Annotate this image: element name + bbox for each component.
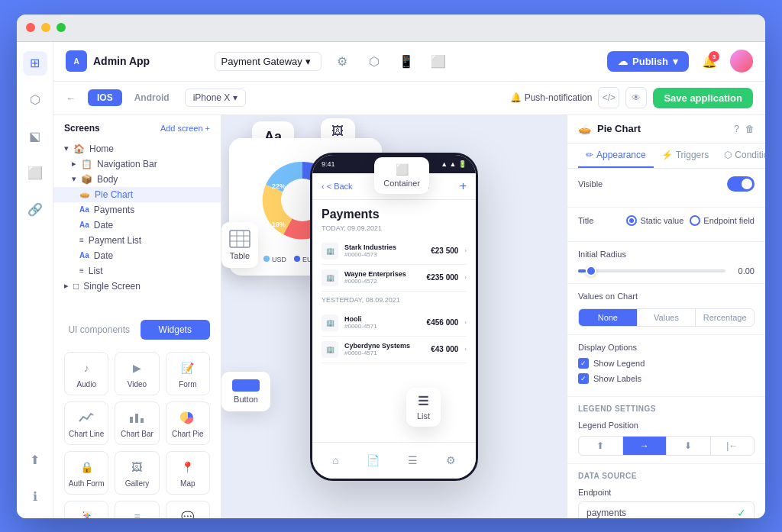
- company-name: Stark Industries: [344, 243, 425, 251]
- share-icon[interactable]: ⬡: [363, 50, 386, 73]
- project-selector[interactable]: Payment Gateway ▾: [215, 52, 322, 71]
- nav-code[interactable]: ⬜: [23, 161, 47, 185]
- payment-item-wayne[interactable]: 🏢 Wayne Enterprises #0000-4572 €235 000 …: [322, 265, 467, 292]
- legend-pos-bottom[interactable]: ⬇: [667, 437, 711, 455]
- notification-badge: 3: [709, 51, 719, 62]
- widget-list-item[interactable]: ≡ List Item: [115, 501, 159, 518]
- app-selector[interactable]: A Admin App: [66, 50, 205, 72]
- slider-thumb[interactable]: [586, 266, 596, 276]
- tree-item-payment-list[interactable]: ≡ Payment List: [53, 233, 221, 248]
- nav-publish[interactable]: ⬆: [23, 448, 47, 472]
- nav-info[interactable]: ℹ: [23, 485, 47, 509]
- tree-item-nav[interactable]: ▸ 📋 Navigation Bar: [53, 156, 221, 172]
- tree-item-pie-chart[interactable]: 🥧 Pie Chart: [53, 187, 221, 202]
- radius-section: Initial Radius 0.00: [567, 242, 765, 284]
- tree-item-date1[interactable]: Aa Date: [53, 218, 221, 233]
- widget-chart-line[interactable]: Chart Line: [64, 401, 108, 445]
- tree-item-home[interactable]: ▾ 🏠 Home: [53, 141, 221, 156]
- legend-pos-right[interactable]: →: [623, 437, 667, 455]
- tab-appearance[interactable]: ✏ Appearance: [578, 143, 654, 168]
- phone-bottom-nav: ⌂ 📄 ☰ ⚙: [312, 442, 476, 479]
- nav-grid[interactable]: ⊞: [23, 51, 47, 76]
- widget-comment[interactable]: 💬 Comment: [166, 501, 210, 518]
- add-screen-button[interactable]: Add screen +: [160, 124, 210, 133]
- payment-id: #0000-4571: [344, 350, 425, 356]
- widget-chart-pie[interactable]: Chart Pie: [166, 401, 210, 445]
- svg-rect-8: [230, 231, 250, 247]
- payment-item-stark[interactable]: 🏢 Stark Industries #0000-4573 €23 500 ›: [322, 238, 467, 265]
- push-notif-label[interactable]: 🔔 Push-notification: [510, 92, 593, 103]
- endpoint-radio[interactable]: [690, 215, 700, 226]
- btn-percentage[interactable]: Rercentage: [696, 309, 754, 326]
- device-selector[interactable]: iPhone X ▾: [185, 89, 247, 107]
- nav-search-icon[interactable]: ☰: [408, 454, 418, 466]
- static-radio[interactable]: [626, 215, 637, 226]
- visible-toggle[interactable]: [727, 176, 755, 192]
- maximize-dot[interactable]: [57, 23, 66, 32]
- tab-android[interactable]: Android: [125, 89, 179, 106]
- tree-item-date2[interactable]: Aa Date: [53, 248, 221, 263]
- btn-none[interactable]: None: [579, 309, 638, 326]
- widget-audio[interactable]: ♪ Audio: [64, 352, 108, 395]
- nav-layers[interactable]: ⬡: [23, 88, 47, 112]
- publish-button[interactable]: ☁ Publish ▾: [607, 51, 689, 72]
- tree-item-body[interactable]: ▾ 📦 Body: [53, 172, 221, 187]
- widget-label: Chart Line: [69, 430, 104, 438]
- nav-home-icon[interactable]: ⌂: [332, 454, 338, 466]
- widget-auth-form[interactable]: 🔒 Auth Form: [64, 451, 108, 495]
- tab-ios[interactable]: IOS: [88, 89, 122, 106]
- settings-icon[interactable]: ⚙: [331, 50, 354, 73]
- help-icon[interactable]: ?: [734, 124, 739, 134]
- tree-label: Single Screen: [83, 281, 141, 292]
- display-options-label: Display Options: [578, 343, 755, 352]
- tree-item-payments[interactable]: Aa Payments: [53, 202, 221, 218]
- widget-video[interactable]: ▶ Video: [115, 352, 159, 395]
- table-floating-card[interactable]: Table: [221, 222, 258, 268]
- tree-label: Pie Chart: [95, 189, 133, 200]
- nav-database[interactable]: ⬕: [23, 124, 47, 149]
- tree-item-list[interactable]: ≡ List: [53, 263, 221, 279]
- tab-ui-components[interactable]: UI components: [64, 320, 134, 340]
- tablet-icon[interactable]: ⬜: [427, 50, 450, 73]
- payment-item-hooli[interactable]: 🏢 Hooli #0000-4571 €456 000 ›: [322, 310, 467, 337]
- eye-button[interactable]: 👁: [625, 87, 647, 108]
- back-button[interactable]: ‹ < Back: [322, 182, 353, 191]
- show-labels-checkbox[interactable]: [578, 373, 589, 384]
- widget-gallery[interactable]: 🖼 Gallery: [115, 451, 159, 495]
- widget-label: Video: [128, 380, 147, 389]
- notification-button[interactable]: 🔔 3: [698, 50, 721, 73]
- static-value-option[interactable]: Static value: [626, 215, 683, 226]
- phone-icon[interactable]: 📱: [395, 50, 418, 73]
- widget-map[interactable]: 📍 Map: [166, 451, 210, 495]
- user-avatar[interactable]: [730, 50, 753, 73]
- btn-values[interactable]: Values: [638, 309, 696, 326]
- nav-link[interactable]: 🔗: [23, 198, 47, 222]
- tab-conditions[interactable]: ⬡ Conditions: [716, 143, 765, 168]
- nav-settings-icon[interactable]: ⚙: [446, 454, 456, 466]
- payment-item-cyberdyne[interactable]: 🏢 Cyberdyne Systems #0000-4571 €43 000 ›: [322, 337, 467, 363]
- tab-triggers[interactable]: ⚡ Triggers: [654, 143, 717, 168]
- legend-pos-left[interactable]: |←: [711, 437, 755, 455]
- screens-title: Screens: [64, 123, 100, 134]
- endpoint-option[interactable]: Endpoint field: [690, 215, 755, 226]
- add-button[interactable]: +: [460, 179, 467, 193]
- container-title: Container: [383, 179, 420, 188]
- widget-chart-bar[interactable]: Chart Bar: [115, 401, 159, 445]
- show-legend-checkbox[interactable]: [578, 358, 589, 369]
- widget-form[interactable]: 📝 Form: [166, 352, 210, 395]
- tab-widgets[interactable]: Widgets: [141, 320, 211, 340]
- endpoint-input[interactable]: payments ✓: [578, 501, 755, 518]
- button-floating-card[interactable]: Button: [221, 372, 270, 411]
- legend-pos-top[interactable]: ⬆: [579, 437, 623, 455]
- nav-file-icon[interactable]: 📄: [367, 454, 380, 466]
- tree-item-single[interactable]: ▸ □ Single Screen: [53, 279, 221, 294]
- back-arrow[interactable]: ←: [66, 92, 76, 104]
- minimize-dot[interactable]: [41, 23, 50, 32]
- delete-icon[interactable]: 🗑: [745, 124, 755, 134]
- widget-card[interactable]: 🃏 Card: [64, 501, 108, 518]
- close-dot[interactable]: [26, 23, 35, 32]
- code-button[interactable]: </>: [598, 87, 619, 108]
- radius-slider[interactable]: 0.00: [578, 266, 755, 276]
- save-application-button[interactable]: Save application: [653, 88, 753, 108]
- list-item-icon: ≡: [126, 508, 147, 518]
